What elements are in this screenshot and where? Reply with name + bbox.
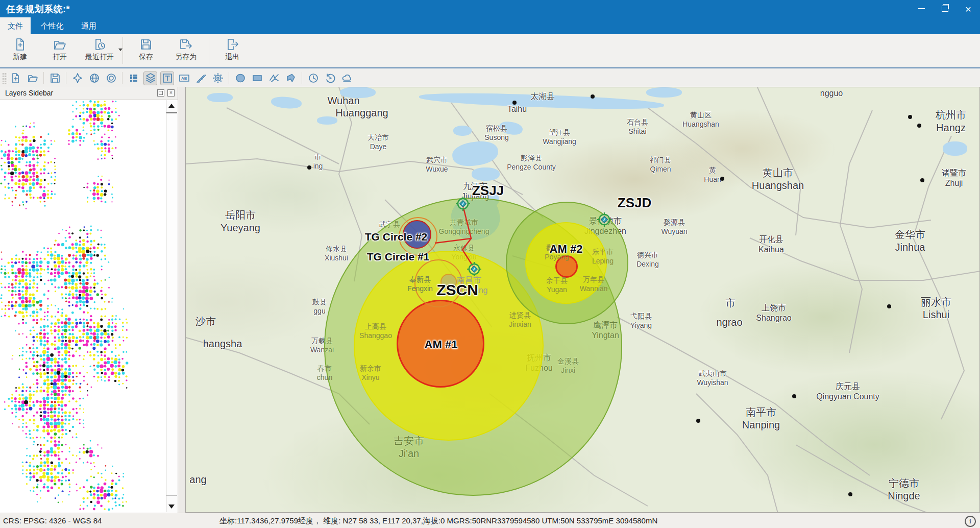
toolbar-drag-handle[interactable] <box>2 73 7 84</box>
history-icon[interactable] <box>323 71 337 85</box>
quick-access-toolbar: AB <box>0 69 980 87</box>
ribbon-button-label: 打开 <box>53 53 67 62</box>
layers-icon[interactable] <box>143 71 157 85</box>
recent-button[interactable]: 最近打开 <box>80 36 119 63</box>
waypoint-zsjd-icon[interactable] <box>596 211 613 228</box>
tab-file[interactable]: 文件 <box>0 17 31 34</box>
rect-tool-icon[interactable] <box>250 71 264 85</box>
new-file-icon[interactable] <box>9 71 22 85</box>
crs-status-text: CRS: EPSG: 4326 - WGS 84 <box>3 516 102 525</box>
target-icon[interactable] <box>104 71 118 85</box>
ribbon-button-label: 最近打开 <box>85 53 114 62</box>
routes-layer <box>186 87 980 513</box>
toolbar-separator <box>302 72 302 84</box>
ribbon-button-label: 另存为 <box>175 53 197 62</box>
ribbon-button-label: 新建 <box>13 53 27 62</box>
save-as-button[interactable]: 另存为 <box>166 36 206 63</box>
mission-label-zscn[interactable]: ZSCN <box>436 281 478 299</box>
toolbar-separator <box>66 72 66 84</box>
globe-icon[interactable] <box>87 71 101 85</box>
tab-personalize[interactable]: 个性化 <box>33 17 71 34</box>
mission-label-zsjj[interactable]: ZSJJ <box>472 183 504 199</box>
gear-icon[interactable] <box>211 71 225 85</box>
sidebar-float-button[interactable] <box>157 89 164 97</box>
menu-bar: 文件 个性化 通用 <box>0 17 980 34</box>
save-button[interactable]: 保存 <box>126 36 166 63</box>
mission-label-tg-circle-2[interactable]: TG Circle #2 <box>365 231 428 243</box>
close-button[interactable]: × <box>957 0 980 17</box>
waypoint-zsjj-icon[interactable] <box>454 195 472 212</box>
polygon-tool-icon[interactable] <box>284 71 298 85</box>
toolbar-separator <box>43 72 44 84</box>
save-icon[interactable] <box>48 71 62 85</box>
exit-button[interactable]: 退出 <box>212 36 252 63</box>
restore-icon <box>942 6 948 12</box>
ribbon-button-label: 保存 <box>139 53 153 62</box>
new-doc-icon <box>13 37 27 52</box>
new-doc-button[interactable]: 新建 <box>0 36 40 63</box>
label-ab-icon[interactable]: AB <box>177 71 191 85</box>
exit-icon <box>225 37 239 52</box>
open-folder-icon <box>53 37 67 52</box>
info-icon[interactable]: i <box>965 516 976 527</box>
svg-text:AB: AB <box>181 76 187 81</box>
ribbon-button-label: 退出 <box>225 53 239 62</box>
title-bar: 任务规划系统:* × <box>0 0 980 17</box>
waypoint-yongxiu-icon[interactable] <box>465 260 483 278</box>
application-window: 任务规划系统:* × 文件 个性化 通用 新建打开最近打开保存另存为退出 AB … <box>0 0 980 528</box>
mission-label-am-2[interactable]: AM #2 <box>550 243 583 256</box>
status-bar: CRS: EPSG: 4326 - WGS 84 坐标:117.3436,27.… <box>0 513 980 528</box>
ruler-icon[interactable] <box>194 71 208 85</box>
mission-label-am-1[interactable]: AM #1 <box>425 338 458 351</box>
save-as-icon <box>179 37 193 52</box>
open-folder-icon[interactable] <box>26 71 39 85</box>
dropdown-arrow-icon[interactable] <box>118 49 122 51</box>
panel-splitter[interactable] <box>178 87 185 513</box>
save-icon <box>139 37 153 52</box>
scrollbar-thumb[interactable] <box>166 112 177 496</box>
layers-preview-halftone <box>0 100 165 512</box>
close-icon: × <box>965 4 971 14</box>
tab-general[interactable]: 通用 <box>74 17 104 34</box>
ribbon-separator <box>122 37 123 64</box>
text-tool-icon[interactable] <box>160 71 174 85</box>
ellipse-tool-icon[interactable] <box>233 71 247 85</box>
polyline-tool-icon[interactable] <box>267 71 281 85</box>
mission-label-zsjd[interactable]: ZSJD <box>618 195 651 211</box>
open-folder-button[interactable]: 打开 <box>40 36 80 63</box>
layers-sidebar-panel: Layers Sidebar × <box>0 87 178 513</box>
sidebar-close-button[interactable]: × <box>167 89 175 97</box>
sidebar-content[interactable] <box>0 100 165 512</box>
coordinate-status-text: 坐标:117.3436,27.9759经度， 维度: N27 58 33, E1… <box>219 516 657 526</box>
scroll-up-arrow-icon[interactable] <box>168 104 175 108</box>
clock-icon[interactable] <box>306 71 320 85</box>
map-canvas[interactable]: WuhanHuanggang岳阳市Yueyang杭州市Hangz黄山市Huang… <box>185 87 980 513</box>
toolbar-separator <box>229 72 229 84</box>
airplane-icon[interactable] <box>70 71 84 85</box>
sidebar-scrollbar[interactable] <box>166 100 177 512</box>
scroll-down-arrow-icon[interactable] <box>168 505 175 509</box>
maximize-button[interactable] <box>933 0 957 17</box>
minimize-icon <box>918 8 925 9</box>
grid-icon[interactable] <box>127 71 140 85</box>
sidebar-header: Layers Sidebar × <box>0 87 178 100</box>
ribbon-separator <box>209 37 209 64</box>
window-title: 任务规划系统:* <box>6 3 70 15</box>
minimize-button[interactable] <box>910 0 933 17</box>
mission-label-tg-circle-1[interactable]: TG Circle #1 <box>367 251 430 263</box>
ribbon-toolbar: 新建打开最近打开保存另存为退出 <box>0 34 980 68</box>
recent-icon <box>92 37 107 52</box>
sidebar-title: Layers Sidebar <box>5 89 53 97</box>
toolbar-separator <box>122 72 122 84</box>
cloud-icon[interactable] <box>340 71 354 85</box>
